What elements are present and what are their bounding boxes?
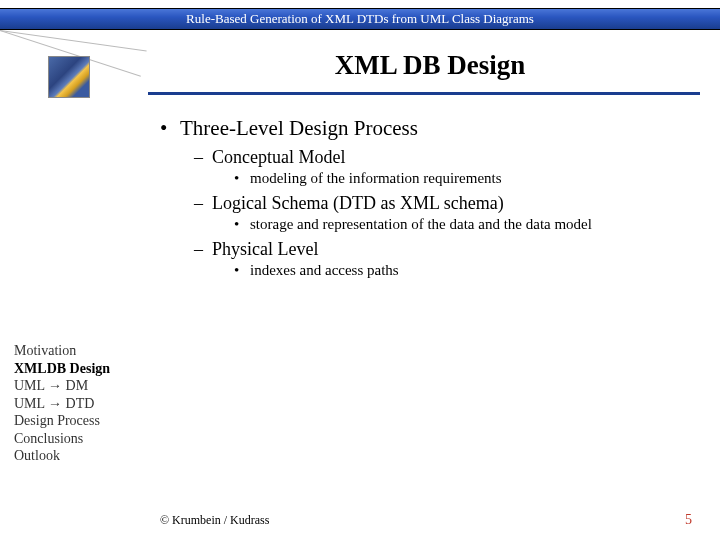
outline-item: Outlook (14, 447, 110, 465)
content-area: •Three-Level Design Process –Conceptual … (160, 116, 690, 285)
slide-title: XML DB Design (160, 50, 700, 81)
content-item-detail: •indexes and access paths (234, 262, 690, 279)
page-number: 5 (685, 512, 692, 528)
footer-credit: © Krumbein / Kudrass (160, 513, 269, 528)
outline-sidebar: Motivation XMLDB Design UML → DM UML → D… (14, 342, 110, 465)
content-heading: •Three-Level Design Process (160, 116, 690, 141)
content-item-label: Logical Schema (DTD as XML schema) (212, 193, 504, 213)
outline-item: XMLDB Design (14, 360, 110, 378)
outline-item: UML → DM (14, 377, 110, 395)
header-banner-text: Rule-Based Generation of XML DTDs from U… (186, 11, 534, 26)
header-banner: Rule-Based Generation of XML DTDs from U… (0, 8, 720, 30)
content-heading-text: Three-Level Design Process (180, 116, 418, 140)
content-item-label: Conceptual Model (212, 147, 345, 167)
content-item-detail: •storage and representation of the data … (234, 216, 690, 233)
outline-item: Conclusions (14, 430, 110, 448)
content-item: –Physical Level (194, 239, 690, 260)
content-item: –Conceptual Model (194, 147, 690, 168)
outline-item: UML → DTD (14, 395, 110, 413)
content-item: –Logical Schema (DTD as XML schema) (194, 193, 690, 214)
content-item-label: Physical Level (212, 239, 318, 259)
outline-item: Motivation (14, 342, 110, 360)
content-item-detail: •modeling of the information requirement… (234, 170, 690, 187)
title-underline (148, 92, 700, 95)
outline-item: Design Process (14, 412, 110, 430)
logo-icon (48, 56, 90, 98)
